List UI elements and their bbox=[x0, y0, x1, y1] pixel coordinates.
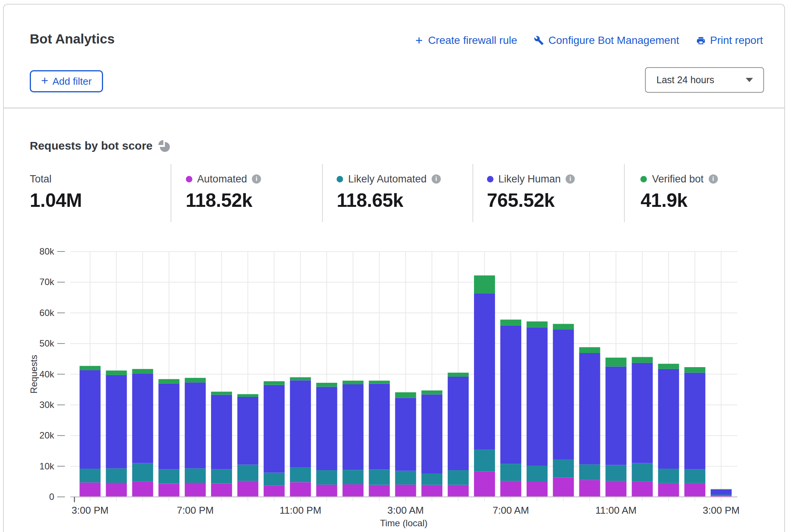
bar-segment-automated[interactable] bbox=[421, 485, 442, 497]
bar-segment-likely-human[interactable] bbox=[421, 395, 442, 474]
bar-segment-likely-automated[interactable] bbox=[290, 467, 311, 482]
bar-segment-likely-human[interactable] bbox=[106, 375, 127, 468]
bar-segment-likely-automated[interactable] bbox=[448, 470, 469, 485]
bar-segment-verified-bot[interactable] bbox=[527, 321, 548, 327]
bar-segment-automated[interactable] bbox=[448, 485, 469, 497]
bar-segment-verified-bot[interactable] bbox=[632, 357, 653, 363]
bar-segment-likely-human[interactable] bbox=[316, 387, 337, 470]
bar-segment-likely-automated[interactable] bbox=[606, 465, 627, 481]
bar-segment-likely-automated[interactable] bbox=[211, 469, 232, 484]
bar-segment-likely-human[interactable] bbox=[343, 384, 364, 470]
time-range-select[interactable]: Last 24 hours bbox=[645, 67, 764, 93]
bar-segment-likely-human[interactable] bbox=[684, 372, 705, 469]
bar-segment-automated[interactable] bbox=[211, 484, 232, 497]
bar-segment-automated[interactable] bbox=[658, 483, 679, 497]
bar-segment-verified-bot[interactable] bbox=[579, 347, 600, 353]
bar-segment-likely-automated[interactable] bbox=[132, 463, 153, 482]
bar-segment-likely-automated[interactable] bbox=[158, 469, 179, 484]
bar-segment-automated[interactable] bbox=[606, 481, 627, 497]
bar-segment-verified-bot[interactable] bbox=[343, 380, 364, 384]
info-icon[interactable]: i bbox=[566, 174, 575, 184]
print-report-link[interactable]: Print report bbox=[696, 34, 763, 47]
bar-segment-automated[interactable] bbox=[106, 483, 127, 497]
bar-segment-automated[interactable] bbox=[553, 477, 574, 497]
bar-segment-verified-bot[interactable] bbox=[474, 276, 495, 293]
bar-segment-automated[interactable] bbox=[316, 485, 337, 497]
bar-segment-likely-human[interactable] bbox=[579, 353, 600, 464]
bar-segment-likely-automated[interactable] bbox=[527, 466, 548, 481]
bar-segment-verified-bot[interactable] bbox=[553, 324, 574, 329]
bar-segment-automated[interactable] bbox=[290, 482, 311, 497]
bar-segment-automated[interactable] bbox=[395, 485, 416, 497]
bar-segment-likely-human[interactable] bbox=[527, 327, 548, 466]
bar-segment-verified-bot[interactable] bbox=[316, 383, 337, 387]
bar-segment-likely-human[interactable] bbox=[132, 374, 153, 463]
bar-segment-likely-human[interactable] bbox=[80, 370, 101, 469]
bar-segment-likely-automated[interactable] bbox=[421, 474, 442, 485]
bar-segment-likely-automated[interactable] bbox=[185, 468, 206, 483]
bar-segment-verified-bot[interactable] bbox=[80, 366, 101, 370]
bar-segment-automated[interactable] bbox=[369, 485, 390, 497]
bar-segment-likely-human[interactable] bbox=[237, 397, 258, 465]
bar-segment-likely-automated[interactable] bbox=[237, 465, 258, 481]
bar-segment-likely-automated[interactable] bbox=[369, 469, 390, 485]
bar-segment-likely-human[interactable] bbox=[395, 398, 416, 471]
bar-segment-likely-automated[interactable] bbox=[500, 464, 521, 481]
bar-segment-verified-bot[interactable] bbox=[185, 378, 206, 382]
bar-segment-automated[interactable] bbox=[500, 481, 521, 497]
bar-segment-likely-automated[interactable] bbox=[579, 464, 600, 480]
bar-segment-likely-automated[interactable] bbox=[106, 468, 127, 483]
info-icon[interactable]: i bbox=[709, 174, 718, 184]
bar-segment-likely-automated[interactable] bbox=[264, 473, 285, 486]
bar-segment-automated[interactable] bbox=[579, 480, 600, 497]
bar-segment-likely-automated[interactable] bbox=[553, 460, 574, 478]
bar-segment-likely-automated[interactable] bbox=[658, 469, 679, 483]
bar-segment-verified-bot[interactable] bbox=[290, 377, 311, 380]
bar-segment-likely-automated[interactable] bbox=[343, 470, 364, 484]
bar-segment-verified-bot[interactable] bbox=[237, 394, 258, 397]
bar-segment-likely-human[interactable] bbox=[448, 377, 469, 470]
bar-segment-verified-bot[interactable] bbox=[158, 379, 179, 383]
bar-segment-likely-human[interactable] bbox=[264, 385, 285, 473]
bar-segment-likely-automated[interactable] bbox=[711, 495, 732, 496]
bar-segment-verified-bot[interactable] bbox=[500, 319, 521, 325]
bar-segment-automated[interactable] bbox=[132, 482, 153, 497]
bar-segment-automated[interactable] bbox=[80, 482, 101, 497]
bar-segment-likely-human[interactable] bbox=[185, 382, 206, 468]
bar-segment-likely-human[interactable] bbox=[369, 384, 390, 469]
bar-segment-automated[interactable] bbox=[632, 482, 653, 497]
create-firewall-rule-link[interactable]: Create firewall rule bbox=[414, 34, 517, 47]
bar-segment-likely-automated[interactable] bbox=[632, 463, 653, 482]
bar-segment-automated[interactable] bbox=[185, 483, 206, 497]
bar-segment-automated[interactable] bbox=[684, 483, 705, 497]
bar-segment-likely-human[interactable] bbox=[500, 326, 521, 464]
info-icon[interactable]: i bbox=[252, 174, 261, 184]
bar-segment-likely-human[interactable] bbox=[658, 369, 679, 469]
bar-segment-likely-human[interactable] bbox=[632, 363, 653, 463]
bar-segment-verified-bot[interactable] bbox=[132, 369, 153, 374]
bar-segment-verified-bot[interactable] bbox=[606, 358, 627, 366]
bar-segment-automated[interactable] bbox=[527, 481, 548, 497]
bar-segment-likely-automated[interactable] bbox=[395, 471, 416, 485]
bar-segment-automated[interactable] bbox=[264, 485, 285, 497]
bar-segment-verified-bot[interactable] bbox=[211, 392, 232, 395]
bar-segment-likely-human[interactable] bbox=[553, 329, 574, 460]
bar-segment-verified-bot[interactable] bbox=[395, 392, 416, 398]
bar-segment-verified-bot[interactable] bbox=[448, 372, 469, 376]
bar-segment-likely-human[interactable] bbox=[474, 293, 495, 450]
add-filter-button[interactable]: + Add filter bbox=[30, 70, 103, 92]
bar-segment-verified-bot[interactable] bbox=[106, 371, 127, 375]
info-icon[interactable]: i bbox=[432, 174, 441, 184]
bar-segment-likely-human[interactable] bbox=[711, 489, 732, 495]
bar-segment-verified-bot[interactable] bbox=[421, 390, 442, 394]
bar-segment-automated[interactable] bbox=[158, 484, 179, 497]
bar-segment-automated[interactable] bbox=[474, 471, 495, 497]
bar-segment-likely-automated[interactable] bbox=[474, 450, 495, 471]
configure-bot-management-link[interactable]: Configure Bot Management bbox=[534, 34, 679, 47]
bar-segment-likely-automated[interactable] bbox=[316, 470, 337, 485]
bar-segment-automated[interactable] bbox=[237, 481, 258, 497]
bar-segment-verified-bot[interactable] bbox=[684, 367, 705, 372]
bar-segment-verified-bot[interactable] bbox=[264, 381, 285, 385]
bar-segment-likely-automated[interactable] bbox=[80, 469, 101, 482]
bar-segment-verified-bot[interactable] bbox=[658, 364, 679, 369]
